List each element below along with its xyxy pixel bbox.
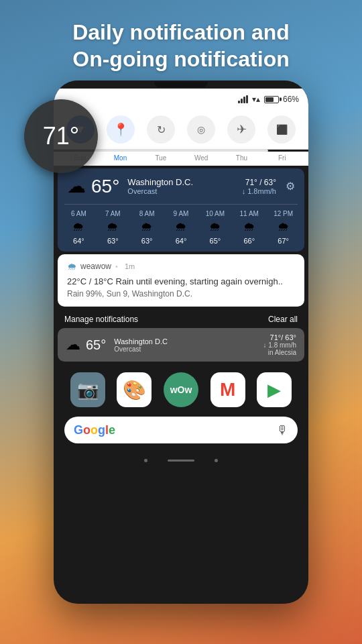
notif-body: 22°C / 18°C Rain until evening, starting… [67,276,295,288]
camera-app-icon[interactable]: 📷 [70,372,105,407]
hour-temp-12pm: 67° [266,237,300,245]
collapsed-notification: ☁ 65° Washington D.C Overcast 71°/ 63° ↓… [58,328,304,362]
cal-day-tue: Tue [141,154,180,162]
weather-temperature: 65° [91,176,119,197]
cal-day-thu: Thu [222,154,261,162]
weawow-app-icon: 🌧 [67,261,76,272]
hour-icon-9am: 🌧 [164,220,198,234]
hotspot-button[interactable]: ◎ [187,115,215,144]
cal-day-mon: Mon [101,154,139,162]
hour-label-12pm: 12 PM [266,210,300,217]
weather-rain-rate: ↓ 1.8mm/h [242,187,276,195]
battery-icon [264,96,279,103]
cal-day-fri: Fri [263,154,302,162]
hour-icon-6am: 🌧 [62,220,96,234]
wifi-icon: ▾▴ [252,95,260,104]
nav-recents[interactable] [215,459,218,462]
cal-day-wed: Wed [182,154,221,162]
cloud-icon: ☁ [67,175,86,197]
weather-description: Overcast [127,187,236,195]
hour-9am: 9 AM 🌧 64° [164,210,198,245]
google-logo: Google [74,423,115,437]
manage-notifications-label[interactable]: Manage notifications [64,315,138,324]
hourly-forecast: 6 AM 🌧 64° 7 AM 🌧 63° 8 AM 🌧 63° 9 AM 🌧 … [58,205,304,252]
nav-home[interactable] [168,460,194,462]
hour-label-10am: 10 AM [198,210,232,217]
phone-frame: ▾▴ 66% ▼ 📍 ↻ ◎ ✈ ⬛ Sun Mon Tue Wed Thu F… [54,80,308,604]
sync-button[interactable]: ↻ [147,115,175,144]
manage-bar: Manage notifications Clear all [54,309,308,327]
notification-card: 🌧 weawow • 1m 22°C / 18°C Rain until eve… [58,254,304,307]
collapsed-by: in Alecsia [263,349,296,356]
google-search-bar[interactable]: Google 🎙 [64,417,298,443]
photos-app-icon[interactable]: 🎨 [117,372,152,407]
collapsed-right: 71°/ 63° ↓ 1.8 mm/h in Alecsia [263,333,296,356]
hour-label-9am: 9 AM [164,210,198,217]
location-button[interactable]: 📍 [107,115,135,144]
notif-sub: Rain 99%, Sun 9, Washington D.C. [67,289,295,299]
notif-header: 🌧 weawow • 1m [67,261,295,272]
hour-temp-9am: 64° [164,237,198,245]
notif-time: 1m [125,262,135,270]
weather-main-row: ☁ 65° Washington D.C. Overcast 71° / 63°… [58,168,304,204]
hour-icon-10am: 🌧 [198,220,232,234]
cast-button[interactable]: ⬛ [267,115,296,144]
hour-temp-11am: 66° [232,237,266,245]
gmail-app-icon[interactable]: M [210,372,245,407]
hour-icon-12pm: 🌧 [266,220,300,234]
mic-icon[interactable]: 🎙 [276,423,288,437]
airplane-button[interactable]: ✈ [227,115,255,144]
hour-12pm: 12 PM 🌧 67° [266,210,300,245]
weather-card: ☁ 65° Washington D.C. Overcast 71° / 63°… [58,168,304,252]
hour-label-7am: 7 AM [96,210,130,217]
hour-8am: 8 AM 🌧 63° [130,210,164,245]
hour-10am: 10 AM 🌧 65° [198,210,232,245]
phone-notch [54,80,308,89]
weather-right: 71° / 63° ↓ 1.8mm/h [242,178,276,195]
hour-label-6am: 6 AM [62,210,96,217]
hour-temp-10am: 65° [198,237,232,245]
collapsed-hilo: 71°/ 63° [263,333,296,341]
hour-7am: 7 AM 🌧 63° [96,210,130,245]
play-app-icon[interactable]: ▶ [257,372,292,407]
wow-app-icon[interactable]: wOw [164,372,198,407]
collapsed-cloud-icon: ☁ [66,336,80,354]
collapsed-rain: ↓ 1.8 mm/h [263,341,296,349]
temperature-value: 71° [43,122,79,150]
hour-icon-11am: 🌧 [232,220,266,234]
collapsed-location: Washington D.C Overcast [111,337,168,353]
signal-icon [238,95,248,103]
battery-percentage: 66% [283,95,299,104]
gear-icon[interactable]: ⚙ [286,180,295,193]
hour-6am: 6 AM 🌧 64° [62,210,96,245]
weather-location: Washington D.C. Overcast [125,177,236,195]
hour-temp-6am: 64° [62,237,96,245]
weather-city: Washington D.C. [127,177,236,187]
home-app-row: 📷 🎨 wOw M ▶ [54,366,308,413]
hour-icon-7am: 🌧 [96,220,130,234]
nav-back[interactable] [144,459,147,462]
hour-temp-8am: 63° [130,237,164,245]
hour-label-11am: 11 AM [232,210,266,217]
header-title: Daily notification and On-going notifica… [0,0,362,79]
collapsed-temperature: 65° [86,337,106,353]
notif-app-name: weawow [80,262,111,271]
temperature-circle: 71° [24,99,98,173]
header: Daily notification and On-going notifica… [0,0,362,79]
collapsed-desc: Overcast [114,345,168,353]
collapsed-city: Washington D.C [114,337,168,345]
clear-all-button[interactable]: Clear all [268,315,298,324]
status-bar: ▾▴ 66% [54,89,308,110]
hour-icon-8am: 🌧 [130,220,164,234]
nav-bar [54,450,308,470]
hour-temp-7am: 63° [96,237,130,245]
weather-high-low: 71° / 63° [242,178,276,187]
hour-11am: 11 AM 🌧 66° [232,210,266,245]
notif-dot: • [115,262,118,270]
hour-label-8am: 8 AM [130,210,164,217]
